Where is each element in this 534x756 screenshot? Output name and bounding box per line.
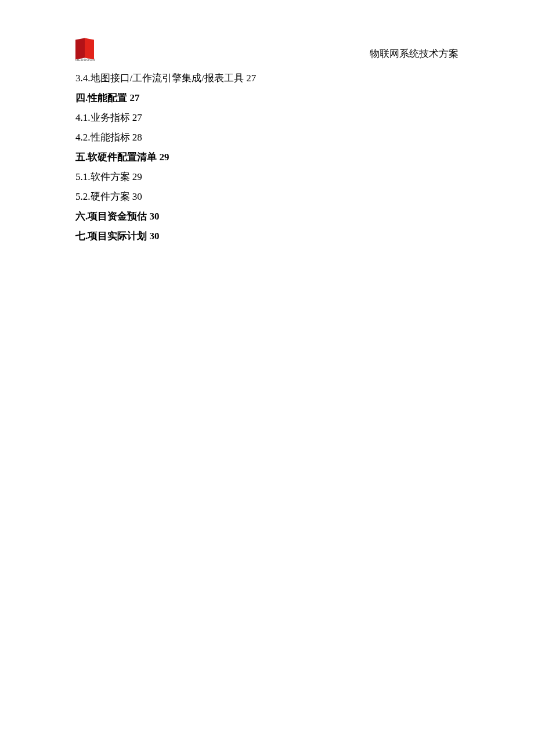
logo-block: REDDOOR: [75, 37, 95, 62]
toc-heading: 五.软硬件配置清单 29: [75, 147, 459, 167]
toc-heading: 七.项目实际计划 30: [75, 226, 459, 246]
toc-entry: 5.1.软件方案 29: [75, 167, 459, 187]
reddoor-logo-icon: [75, 37, 95, 60]
table-of-contents: 3.4.地图接口/工作流引擎集成/报表工具 27 四.性能配置 27 4.1.业…: [75, 69, 459, 246]
page-header: REDDOOR 物联网系统技术方案: [75, 37, 459, 62]
toc-entry: 5.2.硬件方案 30: [75, 187, 459, 207]
toc-heading: 六.项目资金预估 30: [75, 207, 459, 226]
document-title: 物联网系统技术方案: [370, 47, 459, 62]
toc-entry: 3.4.地图接口/工作流引擎集成/报表工具 27: [75, 69, 459, 88]
toc-heading: 四.性能配置 27: [75, 88, 459, 108]
toc-entry: 4.1.业务指标 27: [75, 108, 459, 128]
toc-entry: 4.2.性能指标 28: [75, 128, 459, 147]
document-page: REDDOOR 物联网系统技术方案 3.4.地图接口/工作流引擎集成/报表工具 …: [0, 0, 534, 246]
